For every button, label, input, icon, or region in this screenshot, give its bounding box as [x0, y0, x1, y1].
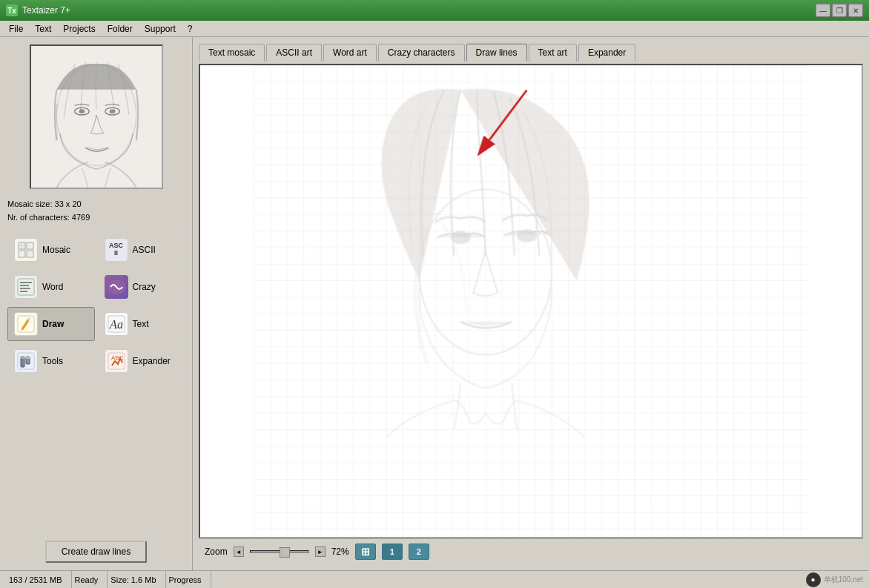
svg-rect-13: [20, 282, 32, 283]
tool-word[interactable]: Word: [7, 270, 95, 304]
svg-text:ABC: ABC: [111, 354, 124, 361]
close-button[interactable]: ✕: [848, 4, 863, 17]
svg-rect-6: [19, 242, 25, 249]
crazy-icon: [105, 275, 128, 299]
svg-rect-14: [20, 285, 29, 286]
status-progress: Progress: [166, 571, 211, 588]
tool-expander[interactable]: ABC Expander: [98, 344, 185, 378]
expander-icon: ABC: [105, 349, 128, 373]
tool-crazy[interactable]: Crazy: [98, 270, 185, 304]
mosaic-label: Mosaic: [42, 245, 70, 255]
tab-ascii-art[interactable]: ASCII art: [266, 44, 322, 62]
tool-ascii[interactable]: ASCII ASCII: [98, 233, 185, 267]
menu-projects[interactable]: Projects: [57, 22, 101, 36]
menu-folder[interactable]: Folder: [102, 22, 139, 36]
canvas-area: [199, 64, 863, 538]
title-bar-left: Tx Textaizer 7+: [6, 4, 70, 16]
svg-text:Aa: Aa: [109, 318, 123, 331]
tools-icon: [14, 349, 38, 373]
svg-rect-25: [21, 357, 24, 359]
tool-tools[interactable]: Tools: [7, 344, 95, 378]
preview-image: [30, 44, 163, 189]
menu-support[interactable]: Support: [139, 22, 182, 36]
minimize-button[interactable]: —: [816, 4, 830, 17]
status-ready: Ready: [72, 571, 108, 588]
window-controls: — ❐ ✕: [816, 4, 863, 17]
tool-text[interactable]: Aa Text: [98, 307, 185, 341]
menu-text[interactable]: Text: [29, 22, 57, 36]
zoom-label: Zoom: [205, 546, 228, 557]
menu-bar: File Text Projects Folder Support ?: [0, 21, 869, 37]
watermark-icon: ●: [806, 572, 821, 587]
zoom-fit-button[interactable]: ⊞: [355, 544, 376, 560]
zoom-1-button[interactable]: 1: [382, 544, 403, 560]
mosaic-icon: [14, 238, 38, 262]
create-draw-lines-button[interactable]: Create draw lines: [45, 541, 147, 563]
zoom-slider[interactable]: [250, 550, 309, 553]
grid-canvas: [200, 65, 862, 537]
svg-rect-12: [18, 279, 34, 295]
watermark-text: 单机100.net: [824, 575, 863, 585]
svg-rect-9: [27, 251, 33, 257]
tools-label: Tools: [42, 356, 63, 366]
restore-button[interactable]: ❐: [832, 4, 847, 17]
word-label: Word: [42, 282, 63, 292]
tab-expander[interactable]: Expander: [578, 44, 635, 62]
tab-text-art[interactable]: Text art: [529, 44, 577, 62]
ascii-icon: ASCII: [105, 238, 128, 262]
tool-draw[interactable]: Draw: [7, 307, 95, 341]
status-memory: 163 / 2531 MB: [6, 571, 72, 588]
zoom-percent: 72%: [331, 546, 349, 557]
tool-grid: Mosaic ASCII ASCII: [7, 233, 185, 378]
svg-rect-15: [20, 288, 30, 289]
crazy-label: Crazy: [133, 282, 156, 292]
tab-text-mosaic[interactable]: Text mosaic: [199, 44, 265, 62]
text-tool-icon: Aa: [105, 312, 128, 336]
mosaic-size: Mosaic size: 33 x 20: [7, 198, 185, 211]
svg-rect-26: [26, 357, 30, 359]
text-tool-label: Text: [133, 319, 149, 329]
svg-rect-7: [27, 242, 33, 249]
zoom-bar: Zoom ◄ ► 72% ⊞ 1 2: [199, 538, 863, 564]
tab-word-art[interactable]: Word art: [323, 44, 377, 62]
char-count: Nr. of characters: 4769: [7, 211, 185, 225]
svg-rect-16: [20, 291, 27, 292]
menu-file[interactable]: File: [3, 22, 29, 36]
sidebar: Mosaic size: 33 x 20 Nr. of characters: …: [0, 37, 193, 570]
right-panel: Text mosaic ASCII art Word art Crazy cha…: [193, 37, 869, 570]
face-sketch-svg: [31, 46, 162, 188]
draw-icon: [14, 312, 38, 336]
zoom-thumb[interactable]: [280, 547, 290, 558]
expander-label: Expander: [133, 356, 171, 366]
status-size: Size: 1.6 Mb: [108, 571, 165, 588]
svg-point-5: [109, 109, 115, 113]
app-icon: Tx: [6, 4, 18, 16]
mosaic-info: Mosaic size: 33 x 20 Nr. of characters: …: [7, 198, 185, 224]
svg-point-4: [79, 109, 85, 113]
tab-bar: Text mosaic ASCII art Word art Crazy cha…: [199, 43, 863, 61]
app-title: Textaizer 7+: [22, 5, 70, 16]
word-icon: [14, 275, 38, 299]
tab-draw-lines[interactable]: Draw lines: [466, 44, 527, 62]
title-bar: Tx Textaizer 7+ — ❐ ✕: [0, 0, 869, 21]
zoom-left-arrow[interactable]: ◄: [234, 546, 244, 557]
menu-help[interactable]: ?: [182, 22, 199, 36]
svg-rect-8: [19, 251, 25, 257]
main-content: Mosaic size: 33 x 20 Nr. of characters: …: [0, 37, 869, 570]
watermark: ● 单机100.net: [806, 572, 863, 587]
tab-crazy-characters[interactable]: Crazy characters: [378, 44, 465, 62]
status-bar: 163 / 2531 MB Ready Size: 1.6 Mb Progres…: [0, 570, 869, 588]
draw-label: Draw: [42, 319, 64, 329]
zoom-2-button[interactable]: 2: [409, 544, 429, 560]
ascii-label: ASCII: [133, 245, 156, 255]
tool-mosaic[interactable]: Mosaic: [7, 233, 95, 267]
zoom-right-arrow[interactable]: ►: [315, 546, 326, 557]
svg-rect-34: [254, 65, 808, 537]
